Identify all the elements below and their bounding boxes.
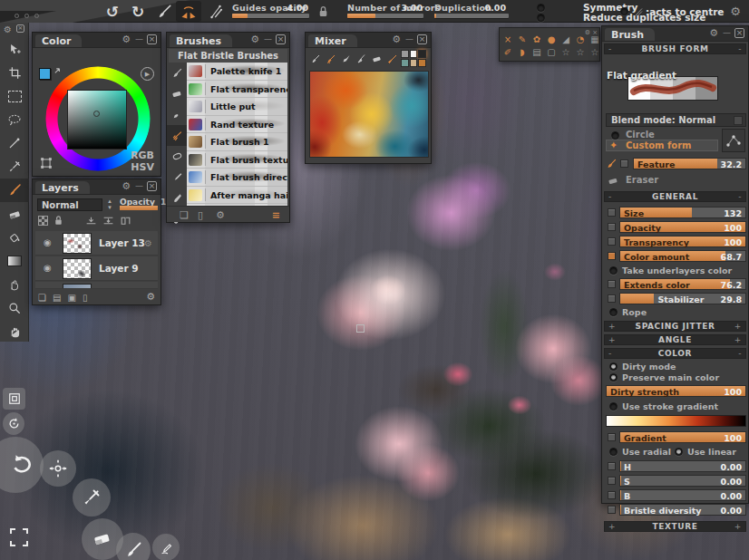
acts-to-centre-label[interactable]: :acts to centre <box>646 6 724 17</box>
move-canvas-button[interactable] <box>40 450 76 487</box>
quick-sphere-icon[interactable]: ● <box>546 34 557 45</box>
quick-star-icon[interactable]: ☆ <box>575 47 586 58</box>
dirty-mode-label[interactable]: Dirty mode <box>622 362 676 372</box>
window-controls[interactable] <box>15 14 39 18</box>
circle-form-label[interactable]: Circle <box>626 130 655 140</box>
slider-toggle[interactable] <box>608 280 616 288</box>
use-stroke-gradient-label[interactable]: Use stroke gradient <box>622 401 718 411</box>
minimize-icon[interactable]: — <box>135 182 142 190</box>
redo-button[interactable]: ↻ <box>127 0 149 23</box>
flip-layer-icon[interactable] <box>120 216 131 226</box>
quick-blob-icon[interactable]: ◗ <box>517 47 528 58</box>
quick-star-icon[interactable]: ☆ <box>589 47 600 58</box>
blend-mode-select[interactable]: Normal <box>37 198 102 211</box>
clip-layer-icon[interactable] <box>85 216 97 226</box>
hsv-mode-label[interactable]: HSV <box>131 161 154 173</box>
pan-tool[interactable] <box>0 320 29 343</box>
transparency-slider[interactable]: Transparency100 <box>619 236 746 247</box>
layer-row[interactable]: ◉ Layer 9 <box>35 256 158 281</box>
brush-panel-titlebar[interactable]: Brush ⚙ — × <box>602 26 748 42</box>
frame-view-button[interactable] <box>3 388 25 410</box>
section-texture[interactable]: +TEXTURE+ <box>604 521 746 532</box>
section-color[interactable]: -COLOR- <box>604 348 746 359</box>
lasso-select-tool[interactable] <box>0 108 29 131</box>
custom-form-editor-button[interactable] <box>722 129 745 152</box>
brushes-panel-titlebar[interactable]: Brushes ⚙ — × <box>167 33 289 48</box>
layer-name[interactable]: Layer 9 <box>99 263 139 274</box>
color-play-button[interactable]: ▶ <box>141 67 154 81</box>
gear-icon[interactable]: ⚙ <box>250 34 259 44</box>
brush-list-item[interactable]: Flat brush 1 <box>187 133 287 151</box>
extends-color-slider[interactable]: Extends color76.2 <box>619 278 746 290</box>
fill-tool[interactable] <box>0 226 29 249</box>
use-linear-radio[interactable] <box>675 448 683 456</box>
toolbar-gear-icon[interactable]: ⚙ <box>727 0 744 23</box>
preserve-main-color-radio[interactable] <box>609 373 618 381</box>
layer-row-partial[interactable] <box>35 282 158 289</box>
color-panel-titlebar[interactable]: Color ⚙ — × <box>33 33 160 48</box>
close-icon[interactable]: × <box>147 181 157 191</box>
opacity-slider[interactable] <box>120 206 158 210</box>
slider-toggle[interactable] <box>608 294 616 303</box>
line-tool[interactable] <box>0 131 29 155</box>
close-icon[interactable]: × <box>734 28 744 38</box>
use-linear-label[interactable]: Use linear <box>687 447 736 457</box>
slider-toggle[interactable] <box>608 477 616 485</box>
brush-blend-mode[interactable]: Blend mode: Normal <box>606 113 746 127</box>
slider-toggle[interactable] <box>608 462 616 470</box>
brush-group-title[interactable]: Flat Bristle Brushes <box>169 49 287 63</box>
close-icon[interactable]: × <box>276 34 286 44</box>
lock-icon[interactable] <box>316 0 330 23</box>
layer-thumbnail[interactable] <box>63 258 92 279</box>
brush-list-item[interactable]: Little put <box>187 98 287 116</box>
gear-icon[interactable]: ⚙ <box>122 181 131 191</box>
brush-nav-button[interactable] <box>116 533 151 560</box>
mixer-eraser-icon[interactable] <box>371 53 383 66</box>
layer-name[interactable]: Layer 13 <box>99 237 145 248</box>
current-color-swatch[interactable] <box>39 68 51 80</box>
color-frame-icon[interactable] <box>40 157 53 169</box>
brush-category-bristle-selected[interactable] <box>167 125 187 146</box>
feature-slider[interactable]: Feature 32.2 <box>633 158 746 169</box>
mixer-canvas[interactable] <box>309 71 429 158</box>
symmetry-radio[interactable] <box>537 4 545 12</box>
bristle-diversity-slider[interactable]: Bristle diversity0.00 <box>619 504 746 516</box>
delete-brush-icon[interactable]: ▯ <box>198 209 203 221</box>
close-icon[interactable]: × <box>417 34 427 44</box>
merge-down-icon[interactable] <box>102 216 114 226</box>
brush-list-item[interactable]: Rand texture <box>187 116 287 134</box>
eraser-mode-icon[interactable] <box>608 176 619 186</box>
zoom-tool[interactable] <box>0 296 29 320</box>
quick-image-icon[interactable]: ▦ <box>589 34 600 45</box>
mixer-knife-icon[interactable] <box>355 53 367 66</box>
custom-form-label[interactable]: Custom form <box>626 140 692 150</box>
acts-to-centre-radio[interactable] <box>620 7 628 15</box>
mixer-dirty-brush-icon[interactable] <box>325 53 336 66</box>
reduce-duplicates-radio[interactable] <box>537 14 545 22</box>
layer-thumbnail[interactable] <box>63 233 92 254</box>
quick-flower-icon[interactable]: ✿ <box>531 34 542 45</box>
minimize-icon[interactable]: — <box>405 35 413 43</box>
folder-icon[interactable]: ▤ <box>53 293 61 303</box>
layer-row[interactable]: ◉ Layer 13 ⚙ <box>35 231 158 256</box>
sidebar-close-icon[interactable]: × <box>16 24 24 33</box>
brush-category-eraser[interactable] <box>167 83 187 104</box>
size-slider[interactable]: Size132 <box>619 207 746 218</box>
mixer-panel-titlebar[interactable]: Mixer ⚙ — × <box>306 33 431 48</box>
section-angle[interactable]: +ANGLE+ <box>604 334 746 345</box>
color-amount-slider[interactable]: Color amount68.7 <box>619 250 746 262</box>
brush-settings-gear-icon[interactable]: ⚙ <box>216 209 225 221</box>
slider-toggle[interactable] <box>620 159 628 168</box>
minimize-icon[interactable]: — <box>264 35 271 43</box>
blend-option-icon[interactable] <box>734 116 743 125</box>
saturation-slider[interactable]: S0.00 <box>619 475 746 487</box>
quick-box-icon[interactable]: ▢ <box>546 47 557 58</box>
move-tool[interactable] <box>0 37 29 61</box>
swap-colors-icon[interactable] <box>54 67 63 77</box>
gradient-tool[interactable] <box>0 249 29 273</box>
brush-category-smudge[interactable] <box>167 146 187 167</box>
preserve-main-color-label[interactable]: Preserve main color <box>622 372 719 382</box>
dirty-mode-radio[interactable] <box>609 362 618 371</box>
sv-cursor[interactable] <box>93 111 100 117</box>
mixer-brush-icon[interactable] <box>309 53 321 66</box>
